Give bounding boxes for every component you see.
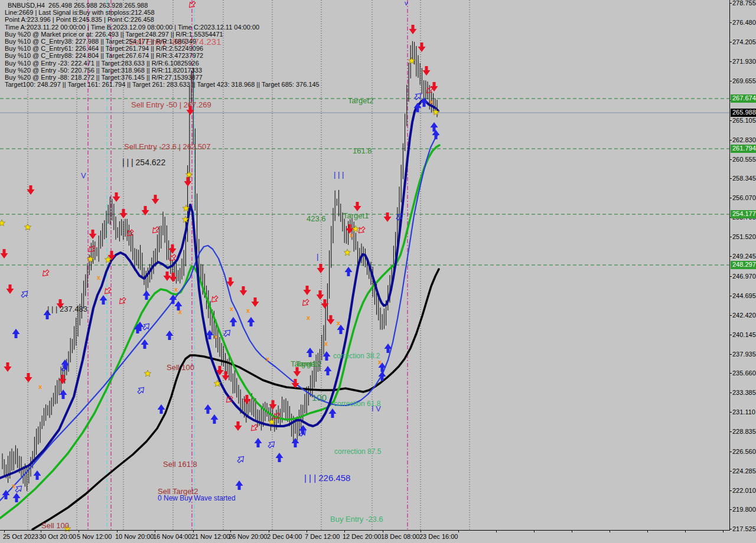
sell-arrow-icon	[1, 249, 8, 259]
sell-arrow-icon	[304, 286, 311, 295]
hollow-up-arrow-icon	[267, 440, 276, 449]
price-label: 276.480	[732, 19, 756, 26]
price-tick	[729, 315, 732, 316]
price-tick	[729, 159, 732, 160]
cross-icon: x	[230, 305, 234, 312]
time-tick	[41, 530, 41, 532]
price-axis-line	[729, 0, 730, 530]
price-label: 224.285	[732, 468, 756, 475]
cross-icon: x	[12, 482, 16, 489]
hollow-down-arrow-icon	[210, 295, 219, 304]
cross-icon: x	[350, 231, 354, 238]
buy-arrow-icon	[143, 290, 151, 300]
cross-icon: x	[266, 355, 270, 362]
sell-arrow-icon	[234, 421, 242, 431]
sell-arrow-icon	[384, 212, 392, 222]
chart-annotation: Target2	[348, 97, 373, 104]
chart-annotation: Sell 100	[41, 522, 69, 529]
sell-arrow-icon	[6, 284, 14, 294]
price-label: 226.560	[732, 449, 756, 455]
chart-annotation: Target1	[343, 212, 369, 220]
time-label: 23 Dec 16:00	[419, 533, 458, 540]
time-tick	[79, 530, 79, 532]
info-line: Time A:2023.11.22 00:00:00 | Time B:2023…	[5, 24, 320, 31]
hollow-down-arrow-icon	[118, 296, 127, 306]
info-line: Buy %20 @ Entry -50: 220.756 || Target:3…	[5, 67, 320, 74]
price-label: 231.110	[732, 409, 755, 416]
buy-arrow-icon	[236, 480, 243, 490]
buy-arrow-icon	[276, 453, 284, 462]
price-label: 237.935	[732, 351, 756, 358]
price-tick	[729, 120, 732, 121]
chart-annotation: | | | 254.622	[122, 158, 165, 166]
ma-medium-line	[0, 134, 438, 501]
price-label: 249.245	[732, 253, 756, 260]
time-tick	[610, 530, 610, 532]
hollow-down-arrow-icon	[357, 225, 366, 235]
price-tick	[729, 335, 732, 335]
price-tick	[729, 431, 732, 432]
hollow-down-arrow-icon	[41, 269, 50, 278]
cross-icon: x	[324, 340, 328, 347]
info-line: Buy %10 @ Entry -23: 222.471 || Target:2…	[5, 60, 320, 67]
price-label: 262.830	[732, 137, 756, 143]
sell-arrow-icon	[170, 273, 177, 282]
price-tick	[729, 276, 732, 277]
star-icon	[87, 256, 93, 262]
star-icon	[0, 220, 5, 226]
chart-annotation: Sell 100	[167, 364, 194, 371]
time-tick	[307, 530, 307, 532]
cross-icon: x	[214, 333, 218, 340]
price-label: 244.695	[732, 293, 756, 299]
buy-arrow-icon	[158, 404, 165, 414]
time-tick	[155, 530, 155, 532]
star-icon	[185, 171, 192, 178]
sell-arrow-icon	[327, 315, 335, 325]
price-tick	[729, 22, 732, 23]
buy-arrow-icon	[324, 366, 332, 375]
price-tick	[729, 198, 732, 198]
sell-arrow-icon	[418, 42, 426, 52]
sell-arrow-icon	[25, 373, 32, 382]
buy-arrow-icon	[307, 348, 314, 357]
chart-annotation: | | |	[334, 171, 344, 178]
time-tick	[647, 530, 648, 532]
buy-arrow-icon	[170, 295, 177, 304]
sell-arrow-icon	[89, 230, 97, 239]
price-label: 228.835	[732, 428, 756, 435]
time-tick	[572, 530, 572, 532]
sell-arrow-icon	[317, 290, 324, 300]
target-price-badge: 248.297	[731, 261, 756, 269]
price-label: 240.145	[732, 332, 756, 338]
time-label: 26 Nov 20:00	[229, 533, 267, 540]
price-tick	[729, 373, 732, 374]
chart-annotation: 0 New Buy Wave started	[158, 495, 236, 502]
buy-arrow-icon	[329, 408, 337, 418]
sell-arrow-icon	[252, 297, 259, 307]
time-label: 10 Nov 20:00	[115, 533, 154, 540]
time-tick	[269, 530, 269, 532]
sell-arrow-icon	[269, 400, 277, 410]
chart-annotation: V	[81, 172, 86, 179]
price-tick	[729, 452, 732, 452]
price-tick	[729, 471, 732, 472]
time-label: 30 Oct 20:00	[39, 533, 76, 540]
info-line: Target100: 248.297 || Target 161: 261.79…	[5, 81, 320, 88]
price-label: 260.555	[732, 156, 756, 163]
buy-arrow-icon	[431, 122, 438, 132]
sell-arrow-icon	[152, 195, 159, 204]
sell-arrow-icon	[4, 362, 12, 372]
buy-arrow-icon	[247, 317, 255, 326]
buy-arrow-icon	[255, 438, 262, 447]
price-tick	[729, 140, 732, 140]
hollow-up-arrow-icon	[236, 454, 246, 464]
price-tick	[729, 529, 732, 529]
price-label: 233.385	[732, 390, 756, 396]
buy-arrow-icon	[211, 414, 219, 424]
sell-arrow-icon	[423, 66, 431, 76]
price-label: 256.070	[732, 195, 756, 201]
hollow-down-arrow-icon	[301, 298, 310, 308]
buy-arrow-icon	[100, 295, 107, 305]
price-tick	[729, 3, 732, 4]
time-tick	[230, 530, 231, 532]
